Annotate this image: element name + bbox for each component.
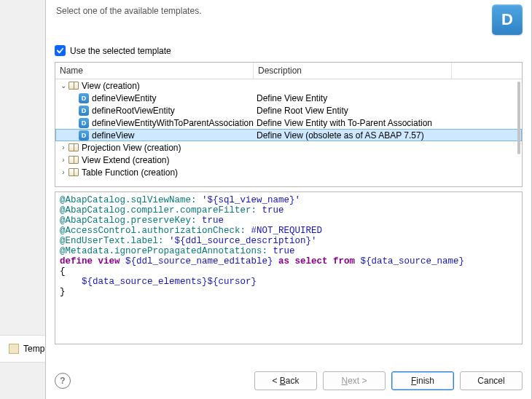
template-item[interactable]: DdefineRootViewEntityDefine Root View En… (55, 104, 522, 116)
ddl-icon: D (79, 118, 89, 128)
tree-group[interactable]: ›Table Function (creation) (55, 166, 522, 178)
column-header-description[interactable]: Description (254, 63, 452, 79)
dialog-subtitle: Select one of the available templates. (56, 4, 201, 16)
column-header-name[interactable]: Name (55, 63, 254, 79)
finish-button[interactable]: Finish (391, 371, 454, 390)
item-description: Define View Entity with To-Parent Associ… (254, 118, 522, 128)
use-template-checkbox[interactable] (55, 45, 66, 56)
group-label: Table Function (creation) (82, 167, 178, 178)
tree-group[interactable]: ›View Extend (creation) (55, 154, 522, 166)
chevron-down-icon[interactable]: ⌄ (60, 82, 67, 90)
item-label: defineView (92, 130, 135, 141)
back-button[interactable]: < Back (254, 371, 317, 390)
item-description: Define Root View Entity (254, 106, 522, 116)
cancel-button[interactable]: Cancel (460, 371, 523, 390)
ddl-icon: D (79, 130, 89, 141)
template-item[interactable]: DdefineViewDefine View (obsolete as of A… (55, 129, 522, 141)
chevron-right-icon[interactable]: › (60, 156, 67, 164)
column-header-blank (452, 63, 522, 79)
chevron-right-icon[interactable]: › (60, 143, 67, 151)
next-button: Next > (323, 371, 386, 390)
item-description: Define View Entity (254, 93, 522, 103)
item-label: defineViewEntityWithToParentAssociation (92, 118, 254, 128)
book-icon (69, 156, 79, 164)
item-description: Define View (obsolete as of AS ABAP 7.57… (254, 130, 522, 141)
template-file-icon (9, 344, 19, 354)
template-preview-code: @AbapCatalog.sqlViewName: '${sql_view_na… (55, 191, 523, 344)
group-label: View Extend (creation) (82, 155, 170, 165)
book-icon (69, 143, 79, 151)
ddl-icon: D (79, 106, 89, 116)
book-icon (69, 82, 79, 90)
item-label: defineRootViewEntity (92, 106, 175, 116)
book-icon (69, 168, 79, 176)
item-label: defineViewEntity (92, 93, 157, 103)
help-icon[interactable]: ? (55, 373, 71, 389)
template-selection-dialog: Select one of the available templates. D… (45, 0, 532, 399)
use-template-label: Use the selected template (70, 46, 171, 56)
ddl-logo-icon: D (492, 4, 523, 35)
group-label: View (creation) (82, 81, 140, 91)
template-table: Name Description ⌄View (creation)Ddefine… (55, 62, 523, 187)
ddl-icon: D (79, 93, 89, 103)
table-scrollbar[interactable] (517, 82, 520, 154)
template-item[interactable]: DdefineViewEntityWithToParentAssociation… (55, 116, 522, 129)
group-label: Projection View (creation) (82, 143, 181, 153)
tree-group[interactable]: ›Projection View (creation) (55, 141, 522, 154)
chevron-right-icon[interactable]: › (60, 168, 67, 176)
template-item[interactable]: DdefineViewEntityDefine View Entity (55, 92, 522, 104)
tree-group[interactable]: ⌄View (creation) (55, 79, 522, 92)
